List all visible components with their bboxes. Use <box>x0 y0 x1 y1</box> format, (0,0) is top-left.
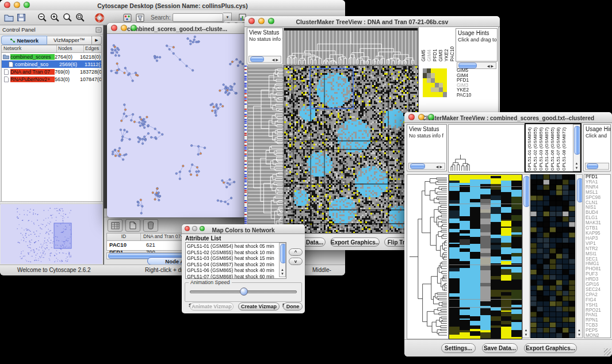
cytoscape-titlebar[interactable]: Cytoscape Desktop (Session Name: collins… <box>0 0 345 11</box>
close-icon[interactable] <box>408 114 415 120</box>
heatmap-cell[interactable] <box>423 92 427 97</box>
row-dendrogram-canvas[interactable] <box>407 174 449 339</box>
heatmap-cell[interactable] <box>431 68 435 73</box>
scroll-down-icon[interactable]: ▼ <box>280 272 285 276</box>
scroll-down-icon[interactable]: ▼ <box>573 166 580 170</box>
treeview1-titlebar[interactable]: ClusterMaker TreeView : DNA and Tran 07-… <box>244 16 500 27</box>
treeview2-titlebar[interactable]: ClusterMaker TreeView : combined_scores_… <box>404 112 612 123</box>
attribute-list-item[interactable]: GPL51-04 (GSM857) heat shock 20 min <box>187 262 285 268</box>
minimize-icon[interactable] <box>14 2 20 8</box>
heatmap-vscroll[interactable]: ▲ ▼ <box>522 174 530 338</box>
heatmap-cell[interactable] <box>439 78 443 83</box>
footer-button[interactable]: Settings... <box>441 343 476 353</box>
attribute-list-item[interactable]: GPL51-06 (GSM865) heat shock 40 min <box>187 267 285 274</box>
scroll-arrows-icon[interactable]: ◀▶ <box>487 64 496 68</box>
attribute-list-vscroll[interactable]: ▲ ▼ <box>279 243 286 277</box>
attribute-list-item[interactable]: GPL51-07 (GSM868) heat shock 60 min <box>187 274 285 279</box>
float-panel-icon[interactable] <box>94 26 103 33</box>
heatmap-cell[interactable] <box>431 78 435 83</box>
heatmap-cell[interactable] <box>431 87 435 92</box>
minimize-icon[interactable] <box>121 25 127 31</box>
search-input[interactable] <box>173 13 223 22</box>
heatmap-cell[interactable] <box>423 68 427 73</box>
heatmap-cell[interactable] <box>431 83 435 87</box>
dialog-titlebar[interactable]: Map Colors to Network <box>182 224 305 234</box>
heatmap-cell[interactable] <box>439 83 443 87</box>
animate-vizmap-button[interactable]: Animate Vizmap <box>190 302 234 311</box>
close-icon[interactable] <box>111 25 117 31</box>
heatmap-cell[interactable] <box>443 78 447 83</box>
minimize-icon[interactable] <box>418 114 424 120</box>
col-header-nodes[interactable]: Nodes <box>57 45 84 52</box>
save-icon[interactable] <box>15 12 28 24</box>
attribute-list-item[interactable]: GPL51-02 (GSM855) heat shock 10 min <box>187 250 285 256</box>
heatmap-canvas[interactable] <box>284 66 419 233</box>
delete-attribute-icon[interactable] <box>143 219 158 232</box>
network-overview-canvas[interactable] <box>1 204 102 264</box>
new-attribute-icon[interactable] <box>125 219 140 232</box>
network-list-item[interactable]: RNAPuberNov2+563(0)107847(0) <box>2 75 101 83</box>
minimize-icon[interactable] <box>258 18 265 24</box>
view-status-hscroll[interactable]: ◀▶ <box>408 163 445 170</box>
zoom-out-icon[interactable] <box>36 12 48 24</box>
attribute-list-item[interactable]: GPL51-01 (GSM854) heat shock 05 min <box>187 243 285 250</box>
tab-network[interactable]: Network <box>1 36 47 45</box>
heatmap-cell[interactable] <box>423 83 427 87</box>
footer-button[interactable]: Export Graphics... <box>524 343 577 353</box>
window-controls[interactable] <box>4 2 30 8</box>
heatmap-cell[interactable] <box>443 83 447 87</box>
network-titlebar[interactable]: combined_scores_good.txt--cluste... <box>107 23 247 34</box>
col-header-edges[interactable]: Edges <box>84 45 101 52</box>
heatmap-cell[interactable] <box>443 73 447 78</box>
column-labels-vscroll[interactable]: ▲ ▼ <box>573 124 580 171</box>
scroll-up-icon[interactable]: ▲ <box>576 328 582 332</box>
done-button[interactable]: Done <box>283 302 303 311</box>
attribute-list[interactable]: GPL51-01 (GSM854) heat shock 05 minGPL51… <box>185 242 286 279</box>
heatmap-cell[interactable] <box>423 78 427 83</box>
heatmap-cell[interactable] <box>423 73 427 78</box>
heatmap-cell[interactable] <box>431 92 435 97</box>
tab-vizmapper[interactable]: VizMapper™ <box>47 36 93 45</box>
vizmapper-icon[interactable] <box>121 12 133 24</box>
resize-grip[interactable] <box>604 348 611 355</box>
scroll-arrows-icon[interactable]: ◀▶ <box>436 164 445 168</box>
move-down-button[interactable]: v <box>289 258 303 265</box>
heatmap-cell[interactable] <box>435 78 439 83</box>
help-icon[interactable] <box>93 12 106 24</box>
create-vizmap-button[interactable]: Create Vizmap <box>238 302 280 311</box>
column-dendrogram-canvas[interactable] <box>448 124 525 173</box>
heatmap-cell[interactable] <box>443 68 447 73</box>
heatmap-cell[interactable] <box>443 87 447 92</box>
heatmap-cell[interactable] <box>443 92 447 97</box>
zoom-window-icon[interactable] <box>268 18 274 24</box>
network-list-item[interactable]: combined_sco2569(6)13112(15) <box>2 60 101 68</box>
zoom-fit-icon[interactable] <box>61 12 74 24</box>
heatmap-cell[interactable] <box>435 87 439 92</box>
col-header-network[interactable]: Network <box>2 45 57 52</box>
heatmap-cell[interactable] <box>439 92 443 97</box>
open-icon[interactable] <box>2 12 15 24</box>
heatmap-cell[interactable] <box>439 68 443 73</box>
zoom-window-icon[interactable] <box>200 226 205 231</box>
heatmap-cell[interactable] <box>423 87 427 92</box>
scroll-down-icon[interactable]: ▼ <box>523 333 529 337</box>
slider-thumb[interactable] <box>240 288 248 296</box>
heatmap-cell[interactable] <box>435 73 439 78</box>
footer-button[interactable]: Export Graphics... <box>330 237 380 247</box>
scroll-up-icon[interactable]: ▲ <box>573 162 580 166</box>
detail-vscroll[interactable]: ▲ ▼ <box>576 174 583 338</box>
dp-col-id[interactable]: ID <box>107 233 141 240</box>
column-dendrogram-canvas[interactable] <box>284 28 418 66</box>
zoom-selected-icon[interactable] <box>74 12 86 24</box>
heatmap-cell[interactable] <box>427 87 431 92</box>
network-list-item[interactable]: DNA and Tran 07769(0)183728(0) <box>2 68 101 75</box>
network-list-item[interactable]: combined_scores2764(0)16218(0) <box>2 53 101 60</box>
close-icon[interactable] <box>248 18 255 24</box>
usage-hints-hscroll[interactable] <box>585 163 609 170</box>
zoom-window-icon[interactable] <box>131 25 137 31</box>
scroll-down-icon[interactable]: ▼ <box>576 333 582 337</box>
select-attributes-icon[interactable] <box>108 219 123 232</box>
heatmap-cell[interactable] <box>435 68 439 73</box>
heatmap-cell[interactable] <box>431 73 435 78</box>
heatmap-cell[interactable] <box>427 73 431 78</box>
